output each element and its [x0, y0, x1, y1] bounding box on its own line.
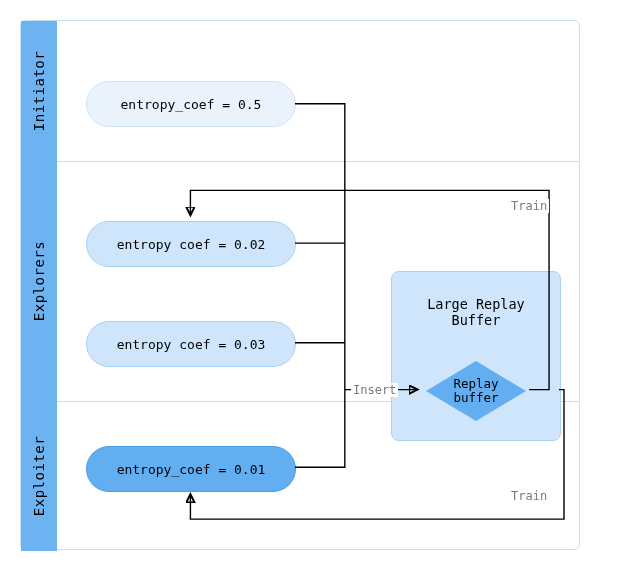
divider-1	[21, 161, 579, 162]
initiator-node: entropy_coef = 0.5	[86, 81, 296, 127]
explorer-node-1: entropy coef = 0.02	[86, 221, 296, 267]
explorer-node-2: entropy coef = 0.03	[86, 321, 296, 367]
initiator-node-label: entropy_coef = 0.5	[121, 97, 262, 112]
stripe-exploiter: Exploiter	[21, 401, 57, 551]
replay-buffer-title-1: Large Replay	[427, 296, 525, 312]
diamond-label-1: Replay	[453, 376, 498, 391]
edge-label-train-bottom: Train	[509, 489, 549, 503]
edge-label-train-top: Train	[509, 199, 549, 213]
explorer-node-1-label: entropy coef = 0.02	[117, 237, 266, 252]
architecture-diagram: Initiator Explorers Exploiter entropy_co…	[20, 20, 580, 550]
stripe-initiator: Initiator	[21, 21, 57, 161]
exploiter-node: entropy_coef = 0.01	[86, 446, 296, 492]
diamond-label-2: buffer	[453, 390, 498, 405]
stripe-exploiter-label: Exploiter	[31, 436, 47, 516]
exploiter-node-label: entropy_coef = 0.01	[117, 462, 266, 477]
explorer-node-2-label: entropy coef = 0.03	[117, 337, 266, 352]
stripe-explorers-label: Explorers	[31, 241, 47, 321]
stripe-explorers: Explorers	[21, 161, 57, 401]
arrow-initiator-to-insert	[295, 104, 345, 390]
replay-buffer-title-2: Buffer	[452, 312, 501, 328]
stripe-initiator-label: Initiator	[31, 51, 47, 131]
edge-label-insert: Insert	[351, 383, 398, 397]
